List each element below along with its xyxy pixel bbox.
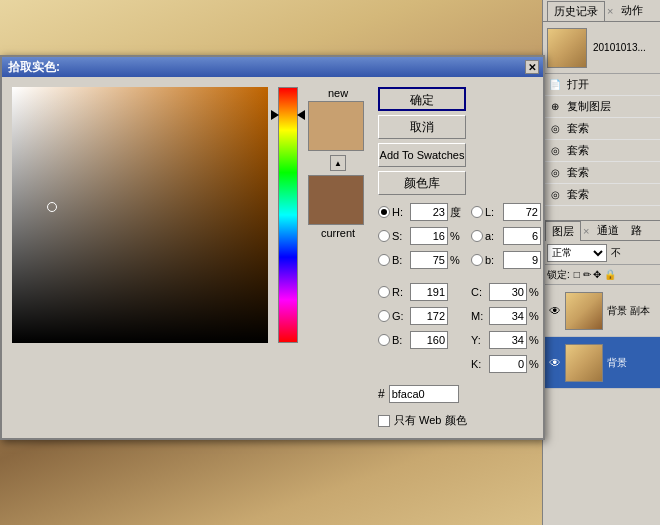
lock-icons: □ ✏ ✥ 🔒	[574, 269, 616, 280]
C-label: C:	[471, 286, 487, 298]
L-input[interactable]	[503, 203, 541, 221]
s-radio[interactable]	[378, 230, 390, 242]
b-label: B:	[392, 254, 408, 266]
dialog-title: 拾取实色:	[8, 59, 60, 76]
tab-paths[interactable]: 路	[625, 221, 648, 240]
web-colors-label: 只有 Web 颜色	[394, 413, 467, 428]
a-radio[interactable]	[471, 230, 483, 242]
b2-radio[interactable]	[378, 334, 390, 346]
K-input[interactable]	[489, 355, 527, 373]
hue-slider[interactable]	[278, 87, 298, 343]
layer-item-copy[interactable]: 👁 背景 副本	[543, 285, 660, 337]
web-colors-checkbox[interactable]	[378, 415, 390, 427]
s-label: S:	[392, 230, 408, 242]
history-item-duplicate[interactable]: ⊕ 复制图层	[543, 96, 660, 118]
history-tab-bar: 历史记录 × 动作	[543, 0, 660, 22]
swatch-current-label: current	[308, 227, 368, 239]
h-input[interactable]	[410, 203, 448, 221]
s-input[interactable]	[410, 227, 448, 245]
b-radio[interactable]	[378, 254, 390, 266]
b3-row: b:	[471, 249, 541, 271]
b3-input[interactable]	[503, 251, 541, 269]
r-input[interactable]	[410, 283, 448, 301]
duplicate-icon: ⊕	[547, 99, 563, 115]
open-icon: 📄	[547, 77, 563, 93]
eye-icon[interactable]: 👁	[547, 355, 563, 371]
Y-unit: %	[529, 334, 539, 346]
M-input[interactable]	[489, 307, 527, 325]
M-unit: %	[529, 310, 539, 322]
C-input[interactable]	[489, 283, 527, 301]
lasso-icon: ◎	[547, 187, 563, 203]
history-item-label: 套索	[567, 187, 589, 202]
b2-label: B:	[392, 334, 408, 346]
L-row: L:	[471, 201, 541, 223]
swatch-area: new ▲ current	[308, 87, 368, 428]
history-item-open[interactable]: 📄 打开	[543, 74, 660, 96]
close-button[interactable]: ✕	[525, 60, 539, 74]
hex-label: #	[378, 387, 385, 401]
L-radio[interactable]	[471, 206, 483, 218]
add-to-swatches-button[interactable]: Add To Swatches	[378, 143, 466, 167]
layer-item-bg[interactable]: 👁 背景	[543, 337, 660, 389]
dialog-titlebar: 拾取实色: ✕	[2, 57, 543, 77]
history-item-lasso1[interactable]: ◎ 套索	[543, 118, 660, 140]
Y-input[interactable]	[489, 331, 527, 349]
hex-row: #	[378, 385, 541, 403]
swatch-warning-icon: ▲	[330, 155, 346, 171]
blend-mode-select[interactable]: 正常	[547, 244, 607, 262]
h-radio[interactable]	[378, 206, 390, 218]
layer-thumbnail	[565, 344, 603, 382]
swatch-current	[308, 175, 364, 225]
hsb-rgb-col: H: 度 S: % B: %	[378, 201, 461, 375]
b3-radio[interactable]	[471, 254, 483, 266]
lasso-icon: ◎	[547, 143, 563, 159]
g-radio[interactable]	[378, 310, 390, 322]
tab-actions[interactable]: 动作	[615, 1, 649, 20]
tab-history[interactable]: 历史记录	[547, 1, 605, 21]
history-item-lasso4[interactable]: ◎ 套索	[543, 184, 660, 206]
b-unit: %	[450, 254, 460, 266]
color-library-button[interactable]: 颜色库	[378, 171, 466, 195]
history-date: 20101013...	[593, 42, 646, 53]
a-input[interactable]	[503, 227, 541, 245]
b2-input[interactable]	[410, 331, 448, 349]
b-input[interactable]	[410, 251, 448, 269]
a-label: a:	[485, 230, 501, 242]
r-radio[interactable]	[378, 286, 390, 298]
layer-name: 背景	[607, 356, 627, 370]
layers-tab-bar: 图层 × 通道 路	[543, 221, 660, 241]
ok-button[interactable]: 确定	[378, 87, 466, 111]
L-label: L:	[485, 206, 501, 218]
tab-channels[interactable]: 通道	[591, 221, 625, 240]
M-row: M: %	[471, 305, 541, 327]
color-gradient	[12, 87, 268, 343]
K-label: K:	[471, 358, 487, 370]
history-item-lasso2[interactable]: ◎ 套索	[543, 140, 660, 162]
C-row: C: %	[471, 281, 541, 303]
history-item-lasso3[interactable]: ◎ 套索	[543, 162, 660, 184]
history-item-label: 打开	[567, 77, 589, 92]
b-row: B: %	[378, 249, 461, 271]
h-unit: 度	[450, 205, 461, 220]
color-field[interactable]	[12, 87, 268, 343]
lasso-icon: ◎	[547, 165, 563, 181]
h-label: H:	[392, 206, 408, 218]
swatch-new	[308, 101, 364, 151]
a-row: a:	[471, 225, 541, 247]
history-thumbnail	[547, 28, 587, 68]
hex-input[interactable]	[389, 385, 459, 403]
h-row: H: 度	[378, 201, 461, 223]
hue-arrow-left	[271, 110, 279, 120]
r-label: R:	[392, 286, 408, 298]
g-input[interactable]	[410, 307, 448, 325]
swatch-new-label: new	[308, 87, 368, 99]
eye-icon[interactable]: 👁	[547, 303, 563, 319]
history-header: 20101013...	[543, 22, 660, 74]
tab-layers[interactable]: 图层	[545, 221, 581, 241]
r-row: R:	[378, 281, 461, 303]
M-label: M:	[471, 310, 487, 322]
color-picker-dialog: 拾取实色: ✕ new ▲ current 确定	[0, 55, 545, 440]
cancel-button[interactable]: 取消	[378, 115, 466, 139]
g-row: G:	[378, 305, 461, 327]
